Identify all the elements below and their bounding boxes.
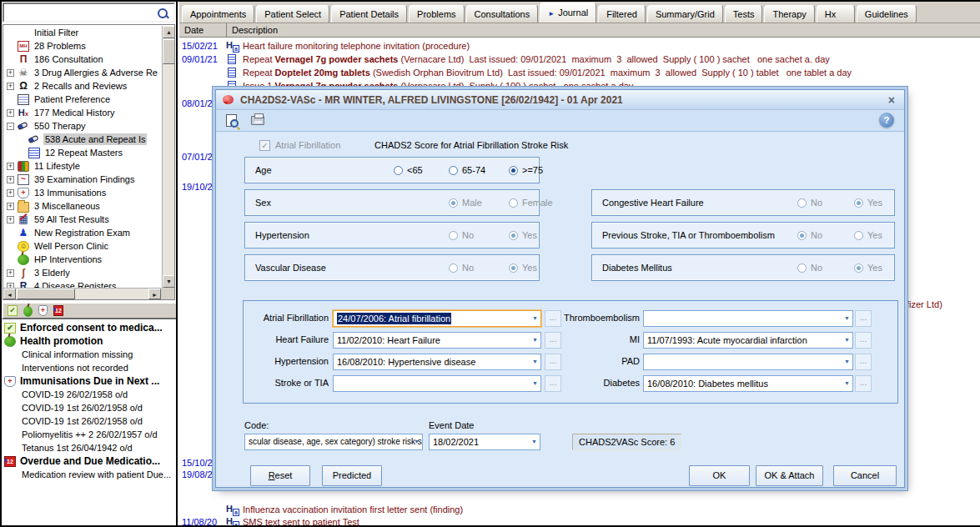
radio-hypertension-yes[interactable]: Yes: [509, 230, 537, 240]
tab-patient-details[interactable]: Patient Details: [331, 5, 407, 23]
chevron-down-icon[interactable]: ▼: [531, 434, 537, 449]
expand-icon[interactable]: +: [7, 69, 14, 77]
pad-select[interactable]: ▼: [643, 354, 853, 370]
alert-item[interactable]: Medication review with patient Due...: [2, 468, 176, 481]
cancel-button[interactable]: Cancel: [833, 465, 897, 486]
tree-item-initial-filter[interactable]: Initial Filter: [3, 26, 161, 39]
scrollbar-thumb[interactable]: [163, 39, 175, 64]
tree-item-miscellaneous[interactable]: +3 Miscellaneous: [3, 199, 161, 213]
tree-item-new-registration[interactable]: ♟New Registration Exam: [3, 226, 161, 239]
tab-guidelines[interactable]: Guidelines: [857, 5, 917, 23]
scrollbar-thumb[interactable]: [17, 289, 75, 299]
scroll-left-icon[interactable]: ◄: [3, 289, 16, 299]
mi-select[interactable]: 11/07/1993: Acute myocardial infarction▼: [643, 332, 853, 349]
radio-age-ge75[interactable]: >=75: [509, 165, 543, 175]
alert-header-overdue-meds[interactable]: 12Overdue and Due Medicatio...: [2, 454, 176, 468]
ok-button[interactable]: OK: [689, 465, 750, 486]
radio-vascular-no[interactable]: No: [449, 263, 474, 273]
tab-therapy[interactable]: Therapy: [764, 5, 814, 23]
tree-item-examination-findings[interactable]: +~39 Examination Findings: [3, 173, 161, 186]
tree-item-therapy[interactable]: -550 Therapy: [3, 119, 161, 133]
tree-item-problems[interactable]: MH28 Problems: [3, 39, 161, 53]
close-icon[interactable]: ×: [886, 94, 897, 106]
radio-age-lt65[interactable]: <65: [394, 165, 423, 175]
chevron-down-icon[interactable]: ▼: [414, 434, 420, 449]
tree-item-consultation[interactable]: Π186 Consultation: [3, 53, 161, 66]
tree-item-disease-registers[interactable]: +R4 Disease Registers: [3, 279, 161, 288]
scroll-up-icon[interactable]: ▲: [163, 26, 175, 38]
column-header-description[interactable]: Description: [227, 25, 278, 35]
tab-journal[interactable]: ►Journal: [540, 3, 596, 23]
alert-item[interactable]: Interventions not recorded: [2, 361, 176, 374]
dialog-titlebar[interactable]: CHA2DS2-VASc - MR WINTER, ALFRED LIVINGS…: [216, 90, 904, 110]
code-select[interactable]: scular disease, age, sex category) strok…: [244, 434, 423, 450]
tree-item-hp-interventions[interactable]: HP Interventions: [3, 253, 161, 266]
shield-icon[interactable]: +: [38, 305, 48, 316]
diabetes-select[interactable]: 16/08/2010: Diabetes mellitus▼: [643, 375, 853, 392]
tab-patient-select[interactable]: Patient Select: [256, 5, 329, 23]
tree-item-recalls[interactable]: +Ω2 Recalls and Reviews: [3, 79, 161, 93]
alert-header-consent[interactable]: ✔Enforced consent to medica...: [2, 321, 176, 334]
tab-hx[interactable]: Hx: [817, 5, 855, 23]
radio-hypertension-no[interactable]: No: [449, 230, 474, 240]
alert-item[interactable]: Poliomyelitis ++ 2 26/02/1957 o/d: [2, 428, 176, 441]
chevron-down-icon[interactable]: ▼: [844, 376, 850, 391]
alert-item[interactable]: COVID-19 1st 26/02/1958 o/d: [2, 414, 176, 428]
tree-horizontal-scrollbar[interactable]: ◄ ►: [3, 288, 161, 299]
journal-row[interactable]: 15/02/21 Ha Heart failure monitoring tel…: [179, 39, 980, 52]
tree-vertical-scrollbar[interactable]: ▲ ▼: [162, 26, 174, 288]
alert-item[interactable]: Tetanus 1st 26/04/1942 o/d: [2, 441, 176, 454]
help-icon[interactable]: ?: [879, 113, 894, 128]
tree-item-all-test-results[interactable]: +▦59 All Test Results: [3, 213, 161, 226]
tree-item-drug-allergies[interactable]: +☠3 Drug Allergies & Adverse Re: [3, 66, 161, 79]
expand-icon[interactable]: +: [7, 163, 14, 170]
scroll-down-icon[interactable]: ▼: [163, 275, 175, 288]
expand-icon[interactable]: +: [7, 176, 14, 183]
reset-button[interactable]: Reset: [250, 465, 310, 486]
alert-item[interactable]: COVID-19 26/02/1958 o/d: [2, 388, 176, 401]
radio-chf-yes[interactable]: Yes: [854, 198, 882, 208]
expand-icon[interactable]: +: [7, 216, 14, 223]
tree-item-acute-repeat[interactable]: 538 Acute and Repeat Is: [3, 133, 161, 146]
stroke-tia-select[interactable]: ▼: [333, 375, 541, 392]
alert-item[interactable]: Clinical information missing: [2, 348, 176, 361]
radio-stroke-yes[interactable]: Yes: [854, 230, 882, 240]
radio-diabetes-yes[interactable]: Yes: [854, 263, 882, 273]
meds-due-icon[interactable]: 12: [53, 305, 63, 316]
af-checkbox[interactable]: ✓: [259, 140, 270, 151]
radio-chf-no[interactable]: No: [797, 198, 822, 208]
expand-icon[interactable]: +: [7, 189, 14, 197]
print-preview-icon[interactable]: [226, 114, 237, 127]
tree-item-patient-preference[interactable]: Patient Preference: [3, 93, 161, 106]
search-input[interactable]: [3, 3, 175, 23]
scroll-right-icon[interactable]: ►: [148, 289, 161, 299]
expand-icon[interactable]: +: [7, 203, 14, 210]
journal-row[interactable]: Repeat Doptelet 20mg tablets (Swedish Or…: [179, 66, 980, 78]
alert-header-immunisations[interactable]: +Immunisations Due in Next ...: [2, 374, 176, 388]
tab-consultations[interactable]: Consultations: [466, 5, 539, 23]
browse-button[interactable]: ...: [855, 332, 872, 349]
tree-item-repeat-masters[interactable]: 12 Repeat Masters: [3, 146, 161, 159]
tab-tests[interactable]: Tests: [725, 5, 763, 23]
collapse-icon[interactable]: -: [7, 123, 14, 130]
tree-item-lifestyle[interactable]: +11 Lifestyle: [3, 159, 161, 173]
expand-icon[interactable]: +: [7, 83, 14, 90]
hypertension-select[interactable]: 16/08/2010: Hypertensive disease▼: [333, 354, 541, 370]
radio-diabetes-no[interactable]: No: [797, 263, 822, 273]
radio-stroke-no[interactable]: No: [797, 230, 822, 240]
tab-summary-grid[interactable]: Summary/Grid: [647, 5, 723, 23]
atrial-fibrillation-select[interactable]: 24/07/2006: Atrial fibrillation▼: [333, 310, 541, 327]
print-icon[interactable]: [251, 116, 264, 125]
browse-button[interactable]: ...: [855, 354, 872, 370]
journal-row[interactable]: 11/08/20 Ha SMS text sent to patient Tes…: [179, 515, 980, 525]
journal-row[interactable]: Ha Influenza vaccination invitation firs…: [179, 503, 980, 515]
tab-filtered[interactable]: Filtered: [598, 5, 646, 23]
heart-failure-select[interactable]: 11/02/2010: Heart Failure▼: [333, 332, 541, 349]
radio-vascular-yes[interactable]: Yes: [509, 263, 537, 273]
thromboembolism-select[interactable]: ▼: [643, 310, 853, 327]
alert-header-health-promotion[interactable]: Health promotion: [2, 334, 176, 348]
column-header-date[interactable]: Date: [179, 23, 227, 37]
chevron-down-icon[interactable]: ▼: [844, 354, 850, 369]
apple-icon[interactable]: [23, 306, 33, 317]
radio-sex-female[interactable]: Female: [509, 198, 553, 208]
